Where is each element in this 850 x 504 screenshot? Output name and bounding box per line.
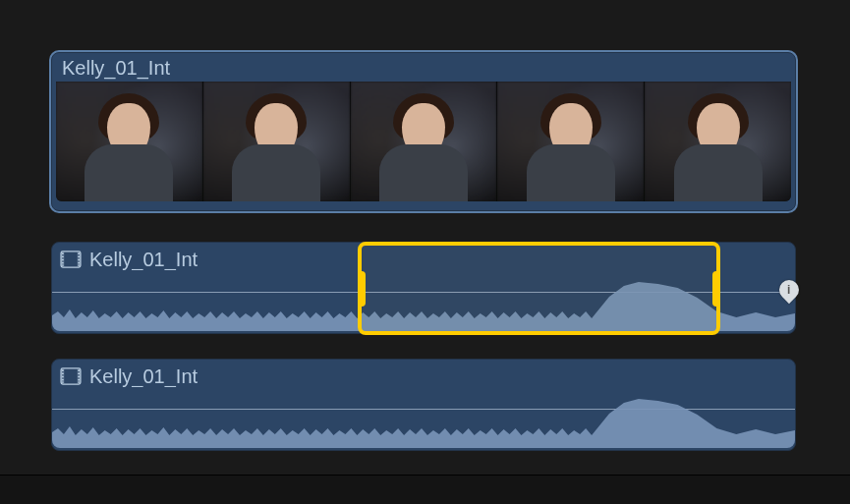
clip-title: Kelly_01_Int (89, 249, 198, 270)
filmstrip-frame[interactable] (203, 82, 351, 201)
svg-rect-5 (62, 259, 64, 261)
waveform (52, 272, 795, 331)
video-clip-icon (60, 367, 82, 385)
svg-rect-9 (78, 255, 80, 257)
svg-rect-24 (78, 379, 80, 381)
svg-rect-19 (62, 379, 64, 381)
clip-title: Kelly_01_Int (52, 53, 795, 82)
clip-waveform[interactable] (52, 272, 795, 331)
svg-rect-17 (62, 372, 64, 374)
svg-rect-22 (78, 372, 80, 374)
filmstrip-frame[interactable] (56, 82, 203, 201)
svg-rect-10 (78, 259, 80, 261)
svg-rect-3 (62, 252, 64, 254)
svg-rect-16 (62, 369, 64, 371)
clip-filmstrip[interactable]: Kelly_01_Int (51, 52, 796, 211)
marker-glyph: i (787, 283, 790, 297)
svg-rect-21 (78, 369, 80, 371)
video-clip-icon (60, 251, 82, 268)
panel-edge (0, 475, 850, 504)
filmstrip-frame[interactable] (645, 82, 791, 201)
media-browser[interactable]: Kelly_01_Int Kelly_01_Int (51, 0, 798, 504)
filmstrip-frame[interactable] (351, 82, 498, 201)
svg-rect-25 (78, 381, 80, 382)
svg-rect-7 (62, 264, 64, 265)
clip-listing[interactable]: Kelly_01_Int i (51, 242, 796, 334)
clip-filmstrip-frames[interactable] (52, 82, 795, 205)
filmstrip-frame[interactable] (497, 82, 645, 201)
svg-rect-18 (62, 376, 64, 378)
clip-title: Kelly_01_Int (89, 365, 198, 387)
svg-rect-11 (78, 262, 80, 264)
svg-rect-12 (78, 264, 80, 265)
svg-rect-20 (62, 381, 64, 382)
clip-waveform[interactable] (52, 389, 795, 448)
svg-rect-8 (78, 252, 80, 254)
svg-rect-4 (62, 255, 64, 257)
waveform (52, 389, 795, 448)
clip-listing[interactable]: Kelly_01_Int (51, 359, 796, 451)
svg-rect-6 (62, 262, 64, 264)
svg-rect-23 (78, 376, 80, 378)
